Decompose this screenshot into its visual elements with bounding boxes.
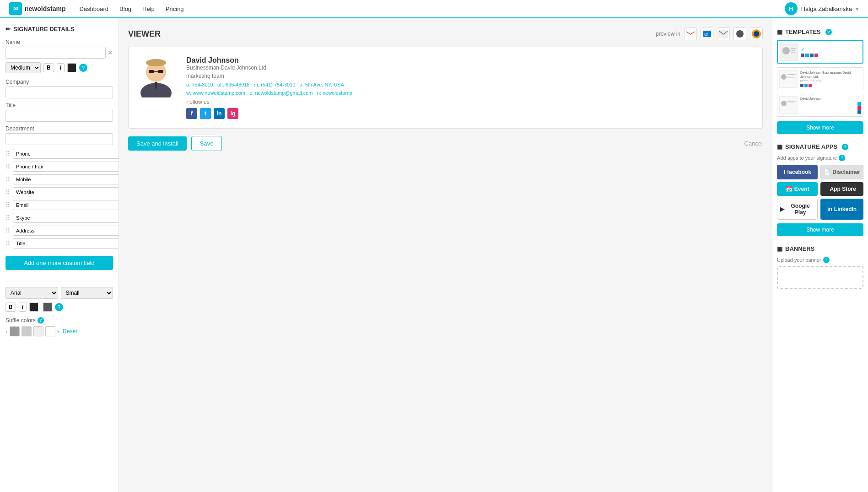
sig-name: David Johnson: [186, 56, 753, 65]
swatch-3[interactable]: [33, 326, 43, 336]
show-more-templates-button[interactable]: Show more: [777, 121, 863, 134]
drag-handle[interactable]: ⠿: [5, 214, 10, 222]
show-more-apps-button[interactable]: Show more: [777, 223, 863, 236]
linkedin-icon: in: [827, 206, 832, 212]
save-install-button[interactable]: Save and install: [128, 136, 187, 151]
brand: ✉ newoldstamp: [9, 2, 65, 15]
template-list: ✓: [777, 40, 863, 117]
swatch-4[interactable]: [45, 326, 55, 336]
italic-button[interactable]: I: [57, 63, 65, 72]
googleplay-app-button[interactable]: ▶ Google Play: [777, 199, 818, 220]
facebook-app-button[interactable]: f facebook: [777, 165, 818, 179]
template-item-3[interactable]: David Johnson: [777, 94, 863, 117]
sig-team: marketing team: [186, 73, 753, 79]
disclaimer-app-button[interactable]: 📄 Disclaimer: [820, 165, 863, 179]
apps-hint: Add apps to your signature ?: [777, 155, 863, 161]
mob-val: (541) 754-3010: [261, 82, 295, 87]
company-label: Company: [5, 79, 113, 85]
drag-handle[interactable]: ⠿: [5, 240, 10, 247]
banner-upload-area[interactable]: [777, 266, 863, 289]
nav-dashboard[interactable]: Dashboard: [79, 5, 108, 12]
email-label-input[interactable]: [13, 200, 119, 210]
address-label-input[interactable]: [13, 226, 119, 236]
gmail-preview-icon[interactable]: [684, 27, 697, 40]
clear-name-button[interactable]: ✕: [108, 49, 113, 56]
template-item-2[interactable]: David Johnson Businessman David Johnson …: [777, 67, 863, 90]
instagram-social-icon[interactable]: ig: [227, 108, 238, 119]
linkedin-app-button[interactable]: in LinkedIn: [820, 199, 863, 220]
drag-handle[interactable]: ⠿: [5, 150, 10, 157]
svg-point-20: [781, 74, 787, 80]
facebook-social-icon[interactable]: f: [186, 108, 197, 119]
italic-button-2[interactable]: I: [19, 303, 27, 312]
nav-pricing[interactable]: Pricing: [166, 5, 184, 12]
apple-mail-preview-icon[interactable]: [717, 27, 730, 40]
twitter-social-icon[interactable]: t: [200, 108, 211, 119]
name-input[interactable]: [5, 47, 106, 59]
nav-links: Dashboard Blog Help Pricing: [79, 5, 183, 12]
swatch-1[interactable]: [10, 326, 20, 336]
appstore-app-button[interactable]: App Store: [820, 182, 863, 196]
field-title-label-input[interactable]: [13, 238, 119, 249]
swatch-prev-button[interactable]: ‹: [5, 328, 8, 335]
upload-banner-info-icon[interactable]: ?: [823, 257, 830, 263]
apps-grid-icon: ▦: [777, 143, 782, 150]
font-size-select[interactable]: MediumSmallLarge: [5, 62, 41, 73]
font-row-1: ArialHelveticaGeorgia SmallMediumLarge: [5, 287, 113, 299]
reset-button[interactable]: Reset: [63, 328, 77, 335]
drag-handle[interactable]: ⠿: [5, 163, 10, 170]
email-val: newoldstamp@gmail.com: [255, 90, 313, 96]
svg-rect-27: [787, 101, 796, 102]
company-input[interactable]: [5, 87, 113, 98]
color-picker-2[interactable]: [29, 303, 38, 312]
cancel-button[interactable]: Cancel: [744, 140, 763, 147]
swatch-next-button[interactable]: ›: [57, 328, 59, 335]
swatch-2[interactable]: [22, 326, 32, 336]
add-custom-field-button[interactable]: Add one more custom field: [5, 256, 113, 270]
department-input[interactable]: [5, 133, 113, 145]
field-row-email: ⠿: [5, 200, 113, 210]
event-icon: 📅: [786, 186, 793, 192]
drag-handle[interactable]: ⠿: [5, 227, 10, 234]
title-input[interactable]: [5, 110, 113, 122]
template-thumb-3: [779, 96, 798, 114]
outlook-preview-icon[interactable]: Ol: [701, 27, 713, 40]
bold-button-2[interactable]: B: [5, 303, 16, 312]
color-picker-3[interactable]: [43, 303, 52, 312]
gplay-icon: ▶: [780, 206, 784, 212]
grid-icon: ▦: [777, 28, 782, 35]
apps-section-title: ▦ SIGNATURE APPS ?: [777, 143, 863, 150]
info-icon-2[interactable]: ?: [55, 303, 63, 311]
apps-info-icon[interactable]: ?: [842, 144, 848, 150]
mac-preview-icon[interactable]: [733, 27, 746, 40]
svg-rect-10: [149, 70, 154, 73]
nav-help[interactable]: Help: [142, 5, 155, 12]
drag-handle[interactable]: ⠿: [5, 201, 10, 209]
bold-button[interactable]: B: [43, 63, 54, 72]
phone-fax-label-input[interactable]: [13, 162, 119, 172]
info-icon[interactable]: ?: [79, 64, 87, 72]
linkedin-social-icon[interactable]: in: [214, 108, 225, 119]
event-app-button[interactable]: 📅 Event: [777, 182, 818, 196]
color-picker[interactable]: [67, 63, 76, 72]
mobile-label-input[interactable]: [13, 174, 119, 184]
drag-handle[interactable]: ⠿: [5, 189, 10, 196]
apps-hint-info-icon[interactable]: ?: [839, 155, 845, 161]
suffle-info-icon[interactable]: ?: [38, 317, 44, 324]
firefox-preview-icon[interactable]: [750, 27, 763, 40]
svg-rect-21: [787, 74, 796, 75]
save-button[interactable]: Save: [191, 136, 222, 151]
skype-label-input[interactable]: [13, 213, 119, 223]
nav-blog[interactable]: Blog: [119, 5, 131, 12]
phone-label-input[interactable]: [13, 149, 119, 159]
website-label-input[interactable]: [13, 187, 119, 197]
pen-icon: ✏: [5, 26, 11, 32]
font-family-select[interactable]: ArialHelveticaGeorgia: [5, 287, 58, 299]
viewer-title: VIEWER: [128, 29, 161, 39]
right-panel: ▦ TEMPLATES ? ✓: [772, 18, 868, 492]
font-size-select-2[interactable]: SmallMediumLarge: [61, 287, 113, 299]
user-name: Halga Zabalkanska: [801, 5, 852, 12]
template-item-1[interactable]: ✓: [777, 40, 863, 64]
drag-handle[interactable]: ⠿: [5, 176, 10, 183]
templates-info-icon[interactable]: ?: [825, 29, 832, 35]
